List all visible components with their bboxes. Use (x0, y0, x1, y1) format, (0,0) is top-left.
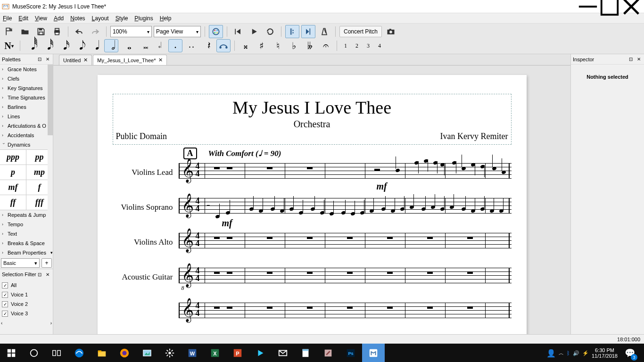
play-icon[interactable] (247, 25, 261, 38)
time-signature[interactable]: 44 (196, 267, 200, 282)
note-input-icon[interactable]: N▾ (2, 39, 16, 52)
whole-rest[interactable] (214, 272, 220, 274)
dyn-mf[interactable]: mf (0, 180, 26, 195)
repeat-start-icon[interactable] (285, 25, 299, 38)
task-view-icon[interactable] (45, 344, 68, 362)
treble-clef-icon[interactable]: 𝄞 (182, 230, 194, 251)
menu-help[interactable]: Help (160, 15, 172, 22)
voice-3-button[interactable]: 3 (363, 39, 373, 52)
dot-icon[interactable]: . (168, 39, 182, 52)
cortana-icon[interactable] (23, 344, 45, 362)
pal-key-sig[interactable]: ›Key Signatures (0, 83, 53, 93)
whole-rest[interactable] (267, 272, 272, 274)
loop-icon[interactable] (263, 25, 277, 38)
whole-rest[interactable] (214, 237, 220, 239)
treble-clef-icon[interactable]: 𝄞 (182, 265, 194, 286)
pal-breaks[interactable]: ›Breaks & Space (0, 239, 53, 248)
whole-rest[interactable] (387, 272, 393, 274)
instrument-name[interactable]: Violins Lead (113, 168, 179, 177)
palettes-controls[interactable]: ⊡ ✕ (38, 57, 51, 62)
menu-plugins[interactable]: Plugins (134, 15, 153, 22)
tempo-mark[interactable]: With Comfort (♩ = 90) (208, 148, 281, 158)
whole-rest[interactable] (427, 237, 433, 239)
edge-icon[interactable] (68, 344, 91, 362)
photoshop-icon[interactable]: Ps (339, 344, 362, 362)
instrument-name[interactable]: Acoustic Guitar (113, 272, 179, 282)
inspector-controls[interactable]: ⊡ ✕ (629, 57, 642, 62)
menu-layout[interactable]: Layout (92, 15, 109, 22)
excel-icon[interactable]: X (204, 344, 226, 362)
time-signature[interactable]: 44 (196, 162, 200, 177)
whole-rest[interactable] (267, 237, 272, 239)
save-icon[interactable] (34, 25, 48, 38)
new-file-icon[interactable]: + (2, 25, 16, 38)
whole-rest[interactable] (347, 272, 353, 274)
whole-rest[interactable] (307, 167, 313, 169)
time-signature[interactable]: 44 (196, 197, 200, 212)
staff[interactable]: 𝄞44 (179, 303, 512, 321)
whole-rest[interactable] (347, 306, 353, 309)
movies-icon[interactable] (249, 344, 272, 362)
dynamic-mf[interactable]: mf (222, 218, 232, 229)
powerpoint-icon[interactable]: P (226, 344, 249, 362)
whole-rest[interactable] (227, 306, 232, 309)
pal-text[interactable]: ›Text (0, 229, 53, 239)
zoom-combo[interactable]: 100%▾ (110, 26, 152, 37)
dyn-ppp[interactable]: ppp (0, 150, 26, 165)
whole-rest[interactable] (427, 272, 433, 274)
pal-artic[interactable]: ›Articulations & O (0, 121, 53, 131)
whole-rest[interactable] (227, 167, 232, 169)
double-sharp-icon[interactable]: 𝄪 (239, 39, 253, 52)
instrument-name[interactable]: Violins Soprano (113, 203, 179, 212)
print-icon[interactable] (50, 25, 64, 38)
whole-rest[interactable] (267, 167, 272, 169)
palettes-mode-combo[interactable]: Basic▾ (1, 258, 40, 268)
pal-repeats[interactable]: ›Repeats & Jump (0, 210, 53, 220)
whole-rest[interactable] (214, 167, 220, 169)
staff[interactable]: 𝄞44mf (179, 163, 512, 182)
staff[interactable]: 𝄞448 (179, 268, 512, 287)
pal-grace-notes[interactable]: ›Grace Notes (0, 65, 53, 74)
open-file-icon[interactable] (18, 25, 32, 38)
minimize-button[interactable] (577, 0, 599, 13)
pal-time-sig[interactable]: ›Time Signatures (0, 93, 53, 102)
note-16th-icon[interactable]: 𝅘𝅥𝅯 (56, 39, 70, 52)
menu-add[interactable]: Add (54, 15, 64, 22)
instrument-name[interactable]: Violins Alto (113, 238, 179, 247)
filter-voice1[interactable]: ✓Voice 1 (1, 290, 52, 299)
close-icon[interactable]: ✕ (158, 57, 163, 63)
note-breve-icon[interactable]: 𝅜 (136, 39, 150, 52)
selection-filter-scrollbar[interactable]: ‹› (0, 319, 53, 327)
filter-voice3[interactable]: ✓Voice 3 (1, 309, 52, 318)
notifications-icon[interactable]: 💬 (620, 344, 639, 362)
undo-icon[interactable] (72, 25, 86, 38)
title-frame[interactable]: My Jesus I Love Thee Orchestra Public Do… (113, 94, 512, 145)
menu-style[interactable]: Style (116, 15, 128, 22)
natural-icon[interactable]: ♮ (271, 39, 285, 52)
wifi-icon[interactable]: ⚡ (582, 350, 589, 356)
selection-filter-controls[interactable]: ⊡ ✕ (38, 272, 51, 277)
dyn-p[interactable]: p (0, 165, 26, 180)
whole-rest[interactable] (307, 272, 313, 274)
whole-rest[interactable] (214, 306, 220, 309)
note-32nd-icon[interactable]: 𝅘𝅥𝅰 (40, 39, 54, 52)
treble-clef-icon[interactable]: 𝄞 (182, 300, 194, 321)
note-longa-icon[interactable]: 𝆹𝅥 (152, 39, 166, 52)
voice-2-button[interactable]: 2 (352, 39, 362, 52)
maximize-button[interactable] (599, 0, 620, 13)
note[interactable] (395, 168, 400, 173)
mail-icon[interactable] (272, 344, 294, 362)
pal-beam[interactable]: ›Beam Properties▾ (0, 248, 53, 257)
pal-barlines[interactable]: ›Barlines (0, 102, 53, 112)
voice-4-button[interactable]: 4 (375, 39, 384, 52)
tray-chevron-icon[interactable]: ︿ (559, 350, 564, 357)
palettes-add-button[interactable]: + (41, 258, 52, 268)
people-icon[interactable]: 👤 (546, 349, 556, 358)
sharp-icon[interactable]: ♯ (255, 39, 269, 52)
whole-rest[interactable] (467, 237, 473, 239)
whole-rest[interactable] (387, 306, 393, 309)
word-icon[interactable]: W (181, 344, 204, 362)
repeat-end-icon[interactable] (301, 25, 315, 38)
filter-all[interactable]: ✓All (1, 280, 52, 290)
redo-icon[interactable] (88, 25, 102, 38)
